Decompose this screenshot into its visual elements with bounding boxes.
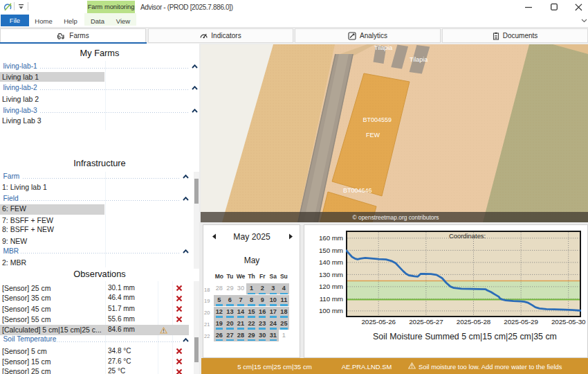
svg-text:Tilapia: Tilapia bbox=[410, 56, 428, 63]
svg-text:BT004646: BT004646 bbox=[343, 187, 372, 194]
svg-text:Tilapia: Tilapia bbox=[374, 44, 392, 51]
svg-text:BT004559: BT004559 bbox=[363, 116, 392, 123]
svg-text:© openstreetmap.org contributo: © openstreetmap.org contributors bbox=[353, 214, 439, 221]
svg-text:FEW: FEW bbox=[366, 132, 380, 139]
